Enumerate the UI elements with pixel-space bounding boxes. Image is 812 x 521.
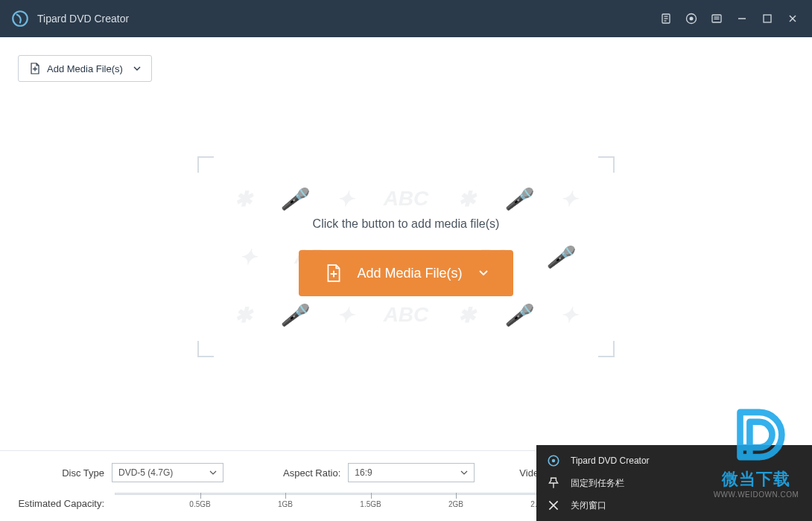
disc-type-value: DVD-5 (4.7G) bbox=[118, 467, 209, 478]
app-logo-icon bbox=[547, 454, 560, 467]
pin-icon bbox=[547, 476, 560, 490]
help-icon[interactable] bbox=[682, 10, 700, 28]
chevron-down-icon bbox=[460, 470, 468, 475]
toolbar: Add Media File(s) bbox=[0, 37, 812, 82]
chevron-down-icon bbox=[133, 66, 141, 71]
aspect-ratio-value: 16:9 bbox=[355, 467, 460, 478]
svg-point-6 bbox=[690, 17, 694, 21]
svg-rect-17 bbox=[333, 271, 334, 278]
chevron-down-icon bbox=[209, 470, 217, 475]
dropzone-area: ✱🎤✦ABC✱🎤✦ ✦ABBC🎤 ✱🎤✦ABC✱🎤✦ Click the but… bbox=[0, 82, 812, 432]
purchase-icon[interactable] bbox=[657, 10, 675, 28]
maximize-icon[interactable] bbox=[758, 10, 776, 28]
file-add-icon bbox=[29, 63, 41, 74]
estimated-capacity-label: Estimated Capacity: bbox=[15, 498, 104, 509]
capacity-tick bbox=[456, 493, 457, 499]
add-media-button-big[interactable]: Add Media File(s) bbox=[299, 250, 513, 296]
dropzone[interactable]: ✱🎤✦ABC✱🎤✦ ✦ABBC🎤 ✱🎤✦ABC✱🎤✦ Click the but… bbox=[197, 156, 615, 357]
add-media-button-small[interactable]: Add Media File(s) bbox=[18, 55, 152, 82]
svg-rect-11 bbox=[764, 15, 771, 22]
dropzone-hint: Click the button to add media file(s) bbox=[313, 217, 500, 231]
capacity-tick bbox=[285, 493, 286, 499]
minimize-icon[interactable] bbox=[733, 10, 751, 28]
capacity-tick-label: 2GB bbox=[448, 500, 463, 508]
close-icon bbox=[547, 499, 560, 512]
chevron-down-icon bbox=[479, 270, 488, 276]
capacity-tick-label: 1.5GB bbox=[360, 500, 381, 508]
add-media-label: Add Media File(s) bbox=[47, 63, 123, 74]
titlebar: Tipard DVD Creator bbox=[0, 0, 812, 37]
close-icon[interactable] bbox=[784, 10, 802, 28]
file-add-icon bbox=[324, 263, 343, 283]
taskbar-context-menu: Tipard DVD Creator 固定到任务栏 关闭窗口 bbox=[536, 445, 812, 521]
svg-rect-15 bbox=[34, 67, 35, 71]
capacity-tick bbox=[371, 493, 372, 499]
app-logo-icon bbox=[10, 9, 30, 28]
context-menu-close-item[interactable]: 关闭窗口 bbox=[536, 494, 812, 517]
svg-point-19 bbox=[552, 459, 556, 463]
aspect-ratio-select[interactable]: 16:9 bbox=[348, 463, 475, 482]
context-menu-close-label: 关闭窗口 bbox=[571, 499, 606, 512]
disc-type-select[interactable]: DVD-5 (4.7G) bbox=[112, 463, 223, 482]
context-menu-app-label: Tipard DVD Creator bbox=[571, 456, 650, 466]
context-menu-app-item[interactable]: Tipard DVD Creator bbox=[536, 450, 812, 472]
menu-icon[interactable] bbox=[708, 10, 726, 28]
context-menu-pin-item[interactable]: 固定到任务栏 bbox=[536, 472, 812, 494]
capacity-tick bbox=[200, 493, 201, 499]
capacity-tick-label: 1GB bbox=[278, 500, 293, 508]
disc-type-label: Disc Type bbox=[15, 467, 104, 479]
capacity-tick-label: 0.5GB bbox=[189, 500, 210, 508]
context-menu-pin-label: 固定到任务栏 bbox=[571, 477, 624, 490]
add-media-big-label: Add Media File(s) bbox=[357, 266, 462, 281]
aspect-ratio-label: Aspect Ratio: bbox=[283, 467, 340, 479]
app-title: Tipard DVD Creator bbox=[37, 13, 129, 25]
